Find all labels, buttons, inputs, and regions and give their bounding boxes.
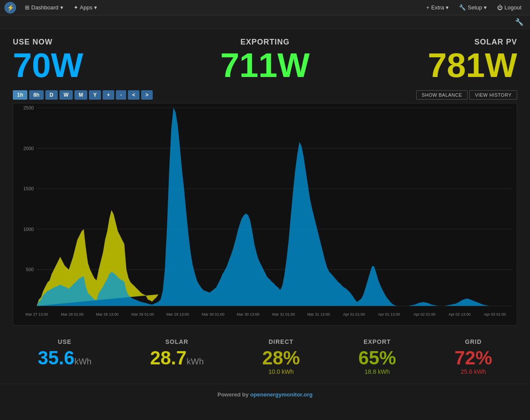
grid-icon: ⊞ — [25, 4, 30, 11]
stats-header: USE NOW 70W EXPORTING 711W SOLAR PV 781W — [0, 29, 530, 87]
exporting-block: EXPORTING 711W — [181, 38, 349, 83]
nav-dashboard[interactable]: ⊞ Dashboard ▾ — [21, 3, 68, 12]
btn-zoom-in[interactable]: + — [103, 90, 114, 100]
svg-text:⚡: ⚡ — [7, 4, 15, 12]
nav-apps[interactable]: ✦ Apps ▾ — [69, 3, 102, 12]
chevron-down-icon: ▾ — [60, 4, 63, 11]
svg-text:2500: 2500 — [24, 105, 34, 110]
svg-text:1000: 1000 — [24, 227, 34, 232]
nav-logout[interactable]: ⏻ Logout — [493, 3, 526, 12]
chevron-down-icon-apps: ▾ — [94, 4, 97, 11]
stat-grid-value: 72% — [455, 349, 492, 367]
svg-text:Apr 02 13:00: Apr 02 13:00 — [449, 312, 471, 316]
use-now-value: 70W — [13, 48, 181, 83]
use-now-block: USE NOW 70W — [13, 38, 181, 83]
footer-text: Powered by openenergymonitor.org — [217, 391, 312, 398]
svg-text:Mar 28 13:00: Mar 28 13:00 — [96, 312, 118, 316]
chevron-extra: ▾ — [446, 4, 449, 11]
btn-8h[interactable]: 8h — [29, 90, 44, 100]
svg-text:Mar 29 01:00: Mar 29 01:00 — [131, 312, 154, 316]
btn-prev[interactable]: < — [128, 90, 139, 100]
btn-next[interactable]: > — [141, 90, 153, 100]
stat-use: USE 35.6kWh — [38, 338, 92, 375]
solar-pv-block: SOLAR PV 781W — [349, 38, 517, 83]
svg-text:Apr 01 01:00: Apr 01 01:00 — [343, 312, 365, 316]
footer-link[interactable]: openenergymonitor.org — [250, 391, 313, 398]
solar-pv-value: 781W — [349, 48, 517, 83]
main-chart: 2500 2000 1500 1000 500 Mar 27 13:00 Mar… — [13, 103, 517, 325]
stat-grid-sub: 25.6 kWh — [455, 368, 492, 375]
btn-m[interactable]: M — [74, 90, 87, 100]
svg-text:Mar 31 01:00: Mar 31 01:00 — [272, 312, 295, 316]
btn-w[interactable]: W — [59, 90, 73, 100]
svg-text:Mar 27 13:00: Mar 27 13:00 — [25, 312, 48, 316]
nav-extra[interactable]: + Extra ▾ — [422, 3, 453, 12]
stat-direct-sub: 10.0 kWh — [262, 368, 300, 375]
exporting-value: 711W — [181, 48, 349, 83]
svg-text:Mar 31 13:00: Mar 31 13:00 — [307, 312, 330, 316]
stat-direct-label: DIRECT — [262, 338, 300, 345]
exporting-label: EXPORTING — [181, 38, 349, 47]
nav-setup[interactable]: 🔧 Setup ▾ — [455, 3, 491, 12]
chevron-setup: ▾ — [484, 4, 487, 11]
leaf-icon: ✦ — [74, 4, 78, 11]
btn-view-history[interactable]: VIEW HISTORY — [469, 90, 517, 100]
footer: Powered by openenergymonitor.org — [0, 384, 530, 405]
nav-right-items: + Extra ▾ 🔧 Setup ▾ ⏻ Logout — [422, 3, 526, 12]
nav-left-items: ⊞ Dashboard ▾ ✦ Apps ▾ — [21, 3, 422, 12]
svg-text:500: 500 — [26, 267, 34, 272]
stat-grid-label: GRID — [455, 338, 492, 345]
chart-svg: 2500 2000 1500 1000 500 Mar 27 13:00 Mar… — [13, 104, 517, 325]
stat-grid: GRID 72% 25.6 kWh — [455, 338, 492, 375]
top-nav: ⚡ ⊞ Dashboard ▾ ✦ Apps ▾ + Extra ▾ 🔧 Set… — [0, 0, 530, 15]
stat-direct: DIRECT 28% 10.0 kWh — [262, 338, 300, 375]
stat-export: EXPORT 65% 18.8 kWh — [358, 338, 396, 375]
btn-d[interactable]: D — [45, 90, 58, 100]
stat-export-label: EXPORT — [358, 338, 396, 345]
logo-icon: ⚡ — [4, 2, 16, 14]
btn-zoom-out[interactable]: - — [116, 90, 126, 100]
svg-text:Apr 03 01:00: Apr 03 01:00 — [484, 312, 506, 316]
power-icon: ⏻ — [497, 4, 503, 11]
controls-bar: 1h 8h D W M Y + - < > SHOW BALANCE VIEW … — [0, 87, 530, 103]
stat-use-label: USE — [38, 338, 92, 345]
stat-direct-value: 28% — [262, 349, 300, 367]
plus-icon: + — [426, 4, 429, 11]
wrench-icon[interactable]: 🔧 — [515, 18, 524, 26]
svg-text:Apr 01 13:00: Apr 01 13:00 — [378, 312, 400, 316]
stat-use-value: 35.6kWh — [38, 349, 92, 367]
btn-y[interactable]: Y — [89, 90, 101, 100]
wrench-bar: 🔧 — [0, 15, 530, 29]
svg-text:Mar 30 01:00: Mar 30 01:00 — [202, 312, 225, 316]
bottom-stats: USE 35.6kWh SOLAR 28.7kWh DIRECT 28% 10.… — [0, 325, 530, 384]
stat-solar-label: SOLAR — [150, 338, 204, 345]
svg-text:Mar 29 13:00: Mar 29 13:00 — [166, 312, 189, 316]
svg-text:1500: 1500 — [24, 186, 34, 191]
svg-text:Mar 28 01:00: Mar 28 01:00 — [61, 312, 83, 316]
btn-show-balance[interactable]: SHOW BALANCE — [416, 90, 468, 100]
btn-1h[interactable]: 1h — [13, 90, 27, 100]
stat-solar: SOLAR 28.7kWh — [150, 338, 204, 375]
svg-text:2000: 2000 — [24, 146, 34, 151]
wrench-icon-nav: 🔧 — [459, 4, 466, 11]
stat-export-value: 65% — [358, 349, 396, 367]
use-now-label: USE NOW — [13, 38, 181, 47]
stat-export-sub: 18.8 kWh — [358, 368, 396, 375]
svg-text:Mar 30 13:00: Mar 30 13:00 — [237, 312, 260, 316]
stat-solar-value: 28.7kWh — [150, 349, 204, 367]
solar-pv-label: SOLAR PV — [349, 38, 517, 47]
svg-text:Apr 02 01:00: Apr 02 01:00 — [414, 312, 435, 316]
